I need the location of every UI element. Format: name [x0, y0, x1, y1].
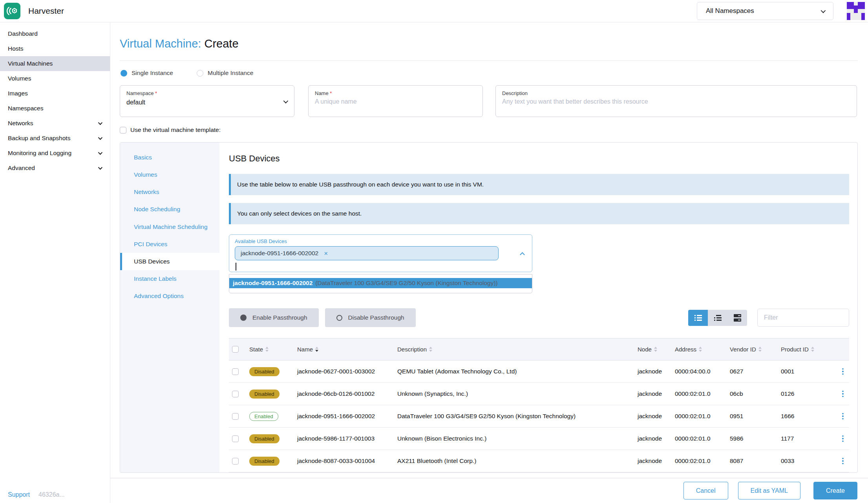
chevron-down-icon [98, 165, 102, 170]
info-banner-same-host: You can only select devices on the same … [229, 203, 849, 224]
chevron-up-icon[interactable] [520, 252, 525, 257]
sidebar-item-monitoring-and-logging[interactable]: Monitoring and Logging [0, 146, 110, 161]
available-usb-devices-picker[interactable]: Available USB Devices jacknode-0951-1666… [229, 234, 532, 272]
description-input[interactable] [502, 98, 850, 105]
table-header-row: State Name Description Node Address Vend… [229, 338, 849, 360]
sidebar-item-virtual-machines[interactable]: Virtual Machines [0, 56, 110, 71]
device-name: jacknode-5986-1177-001003 [297, 435, 397, 442]
column-header-vendor-id[interactable]: Vendor ID [730, 346, 781, 353]
name-field[interactable]: Name * [308, 85, 483, 117]
column-header-address[interactable]: Address [675, 346, 730, 353]
tab-node-scheduling[interactable]: Node Scheduling [120, 201, 219, 218]
row-actions-menu[interactable] [842, 458, 844, 465]
edit-as-yaml-button[interactable]: Edit as YAML [738, 482, 800, 499]
tab-volumes[interactable]: Volumes [120, 166, 219, 183]
list-view-button[interactable] [688, 310, 708, 326]
device-node: jacknode [638, 390, 675, 397]
filter-input[interactable] [757, 309, 849, 327]
sort-icon [654, 347, 657, 352]
device-address: 0000:02:01.0 [675, 457, 730, 465]
namespace-select[interactable]: Namespace * default [120, 85, 294, 117]
template-checkbox-row: Use the virtual machine template: [120, 126, 858, 134]
sidebar-item-advanced[interactable]: Advanced [0, 161, 110, 176]
column-header-state[interactable]: State [249, 346, 297, 353]
description-field[interactable]: Description [495, 85, 857, 117]
row-actions-menu[interactable] [842, 391, 844, 397]
row-checkbox[interactable] [232, 435, 239, 442]
sidebar-item-namespaces[interactable]: Namespaces [0, 101, 110, 116]
disable-passthrough-button[interactable]: Disable Passthrough [325, 308, 416, 327]
version-label: 46326a... [38, 491, 65, 498]
section-tabs: Basics Volumes Networks Node Scheduling … [120, 143, 219, 472]
row-actions-menu[interactable] [842, 435, 844, 442]
row-checkbox[interactable] [232, 458, 239, 465]
tab-usb-devices[interactable]: USB Devices [120, 253, 219, 270]
tab-networks[interactable]: Networks [120, 183, 219, 201]
enable-passthrough-button[interactable]: Enable Passthrough [229, 308, 319, 327]
sidebar-item-hosts[interactable]: Hosts [0, 41, 110, 56]
view-mode-toggle [688, 310, 747, 326]
sidebar-item-networks[interactable]: Networks [0, 116, 110, 131]
tab-virtual-machine-scheduling[interactable]: Virtual Machine Scheduling [120, 218, 219, 236]
namespace-filter-select[interactable]: All Namespaces [697, 2, 833, 20]
vm-create-card: Basics Volumes Networks Node Scheduling … [120, 142, 858, 473]
device-vendor-id: 0627 [730, 368, 781, 375]
sort-icon [315, 347, 318, 352]
device-product-id: 1177 [781, 435, 837, 442]
multiple-instance-radio[interactable]: Multiple Instance [197, 70, 253, 77]
sidebar-item-backup-and-snapshots[interactable]: Backup and Snapshots [0, 131, 110, 146]
grouped-view-icon [714, 315, 722, 321]
sidebar-item-dashboard[interactable]: Dashboard [0, 26, 110, 41]
remove-tag-icon[interactable]: × [324, 250, 328, 257]
row-checkbox[interactable] [232, 391, 239, 397]
row-checkbox[interactable] [232, 368, 239, 375]
cancel-button[interactable]: Cancel [683, 482, 728, 499]
device-vendor-id: 06cb [730, 390, 781, 397]
column-header-name[interactable]: Name [297, 346, 397, 353]
device-description: DataTraveler 100 G3/G4/SE9 G2/50 Kyson (… [397, 413, 638, 420]
device-product-id: 0001 [781, 368, 837, 375]
single-instance-radio[interactable]: Single Instance [121, 70, 173, 77]
chevron-down-icon [98, 121, 102, 125]
device-description: AX211 Bluetooth (Intel Corp.) [397, 457, 638, 465]
row-checkbox[interactable] [232, 413, 239, 420]
tab-basics[interactable]: Basics [120, 149, 219, 166]
user-avatar[interactable] [847, 2, 865, 20]
create-button[interactable]: Create [813, 482, 857, 499]
tab-pci-devices[interactable]: PCI Devices [120, 236, 219, 253]
status-badge: Enabled [249, 412, 278, 421]
table-row: Disabled jacknode-5986-1177-001003 Unkno… [229, 428, 849, 450]
row-actions-menu[interactable] [842, 413, 844, 420]
tab-instance-labels[interactable]: Instance Labels [120, 270, 219, 287]
instance-mode-radios: Single Instance Multiple Instance [121, 70, 858, 77]
sort-icon [811, 347, 814, 352]
column-header-description[interactable]: Description [397, 346, 638, 353]
table-row: Enabled jacknode-0951-1666-002002 DataTr… [229, 405, 849, 428]
filter-field [757, 309, 849, 327]
name-input[interactable] [315, 98, 476, 105]
sidebar-item-images[interactable]: Images [0, 86, 110, 101]
main-content: Virtual Machine: Create Single Instance … [110, 22, 868, 478]
grouped-view-button[interactable] [708, 310, 727, 326]
column-header-product-id[interactable]: Product ID [781, 346, 837, 353]
table-row: Disabled jacknode-06cb-0126-001002 Unkno… [229, 383, 849, 405]
tab-advanced-options[interactable]: Advanced Options [120, 287, 219, 305]
sort-icon [699, 347, 702, 352]
table-row: Disabled jacknode-8087-0033-001004 AX211… [229, 450, 849, 472]
select-all-checkbox[interactable] [232, 346, 239, 353]
usb-device-option[interactable]: jacknode-0951-1666-002002 (DataTraveler … [229, 278, 532, 288]
template-checkbox[interactable] [120, 127, 126, 134]
card-view-button[interactable] [727, 310, 747, 326]
device-vendor-id: 0951 [730, 413, 781, 420]
row-actions-menu[interactable] [842, 368, 844, 375]
filled-circle-icon [240, 315, 247, 321]
device-product-id: 1666 [781, 413, 837, 420]
column-header-node[interactable]: Node [638, 346, 675, 353]
table-row: Disabled jacknode-0627-0001-003002 QEMU … [229, 360, 849, 383]
brand-name: Harvester [28, 6, 64, 16]
picker-label: Available USB Devices [235, 238, 526, 244]
usb-device-dropdown: jacknode-0951-1666-002002 (DataTraveler … [229, 274, 532, 293]
harvester-logo-icon [4, 3, 20, 19]
support-link[interactable]: Support [8, 491, 30, 498]
sidebar-item-volumes[interactable]: Volumes [0, 71, 110, 86]
